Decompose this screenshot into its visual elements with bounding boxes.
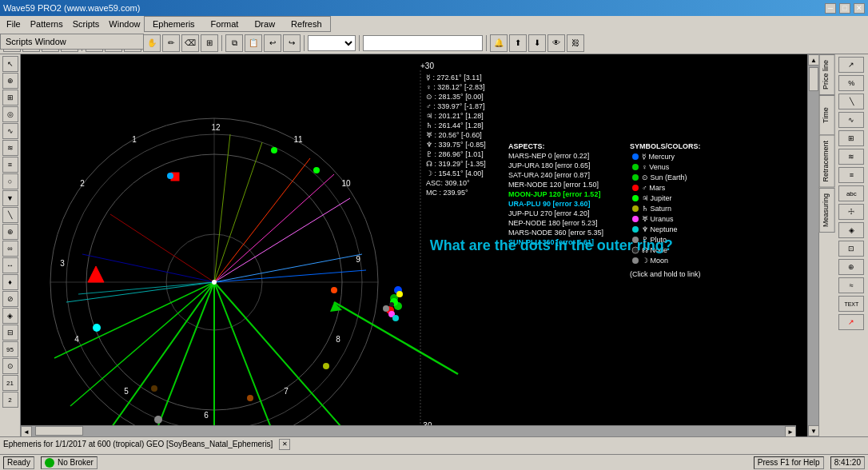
svg-point-99 xyxy=(632,205,639,212)
main-menu-bar: File Patterns Scripts Window Help xyxy=(0,16,868,32)
menu-file[interactable]: File xyxy=(2,18,26,30)
right-btn-1[interactable]: ↗ xyxy=(838,57,864,73)
scroll-vertical-track[interactable] xyxy=(808,66,818,425)
status-ready: Ready xyxy=(3,456,34,469)
toolbar-alert[interactable]: 🔔 xyxy=(490,34,508,52)
right-btn-14[interactable]: TEXT xyxy=(838,296,864,312)
svg-text:☿  : 272.61° [3.11]: ☿ : 272.61° [3.11] xyxy=(426,74,482,82)
menu-patterns[interactable]: Patterns xyxy=(26,18,68,30)
scroll-left-button[interactable]: ◄ xyxy=(21,426,32,436)
svg-point-61 xyxy=(151,385,157,392)
scroll-down-button[interactable]: ▼ xyxy=(808,425,819,436)
left-btn-crosshair[interactable]: ⊕ xyxy=(2,73,18,89)
scroll-horizontal-track[interactable] xyxy=(32,426,785,436)
ephemeris-text: Ephemeris for 1/1/2017 at 600 (tropical)… xyxy=(3,440,273,448)
left-btn-arrow[interactable]: ↖ xyxy=(2,56,18,72)
toolbar-pen[interactable]: ✏ xyxy=(162,34,180,52)
menu-window[interactable]: Window xyxy=(104,18,145,30)
toolbar-eraser[interactable]: ⌫ xyxy=(181,34,199,52)
minimize-button[interactable]: ─ xyxy=(825,3,836,14)
toolbar-up-arrow[interactable]: ⬆ xyxy=(509,34,527,52)
left-btn-21[interactable]: 21 xyxy=(2,375,18,391)
left-btn-star[interactable]: ◈ xyxy=(2,308,18,324)
right-btn-2[interactable]: % xyxy=(838,75,864,91)
ephemeris-close-button[interactable]: ✕ xyxy=(279,439,290,450)
left-btn-circle2[interactable]: ○ xyxy=(2,173,18,189)
left-btn-infinity[interactable]: ∞ xyxy=(2,241,18,257)
svg-text:NEP-NODE 180 [error 5.23]: NEP-NODE 180 [error 5.23] xyxy=(508,219,598,227)
tab-retracement[interactable]: Retracement xyxy=(819,135,835,188)
toolbar-eye[interactable]: 👁 xyxy=(547,34,565,52)
menu-format[interactable]: Format xyxy=(206,18,244,30)
chart-annotation: What are the dots in the outer ring? xyxy=(430,237,673,254)
svg-text:☊  : 319.29° [-1.35]: ☊ : 319.29° [-1.35] xyxy=(426,160,486,168)
svg-text:10: 10 xyxy=(341,179,351,188)
left-btn-zoom[interactable]: ⊞ xyxy=(2,90,18,106)
tab-time[interactable]: Time xyxy=(819,95,835,135)
toolbar-undo[interactable]: ↩ xyxy=(264,34,281,52)
left-btn-down[interactable]: ▼ xyxy=(2,190,18,206)
svg-point-93 xyxy=(632,174,639,181)
tab-price-line[interactable]: Price line xyxy=(819,54,835,95)
close-button[interactable]: ✕ xyxy=(854,3,865,14)
right-btn-8[interactable]: abc xyxy=(838,185,864,201)
svg-point-51 xyxy=(392,315,399,321)
restore-button[interactable]: □ xyxy=(839,3,850,14)
left-btn-no[interactable]: ⊘ xyxy=(2,291,18,307)
right-btn-12[interactable]: ⊕ xyxy=(838,259,864,275)
right-btn-11[interactable]: ⊡ xyxy=(838,241,864,257)
menu-refresh[interactable]: Refresh xyxy=(286,18,327,30)
svg-point-58 xyxy=(331,287,337,293)
toolbar-down-arrow[interactable]: ⬇ xyxy=(528,34,546,52)
right-btn-3[interactable]: ╲ xyxy=(838,94,864,110)
menu-ephemeris[interactable]: Ephemeris xyxy=(148,18,200,30)
scroll-thumb[interactable] xyxy=(809,67,818,91)
svg-point-53 xyxy=(389,302,394,307)
right-btn-15[interactable]: ↗ xyxy=(838,314,864,330)
svg-text:MOON-JUP 120 [error 1.52]: MOON-JUP 120 [error 1.52] xyxy=(508,190,600,198)
svg-point-54 xyxy=(154,416,162,424)
left-btn-menu[interactable]: ≡ xyxy=(2,157,18,173)
right-btn-13[interactable]: ≈ xyxy=(838,277,864,293)
svg-text:11: 11 xyxy=(293,135,303,144)
svg-text:7: 7 xyxy=(284,387,289,396)
left-btn-wave[interactable]: ∿ xyxy=(2,123,18,139)
right-btn-9[interactable]: ☩ xyxy=(838,204,864,220)
toolbar-symbol-input[interactable] xyxy=(363,35,483,51)
right-btn-10[interactable]: ◈ xyxy=(838,222,864,238)
horizontal-scrollbar[interactable]: ◄ ► xyxy=(21,425,796,436)
left-btn-diagonal[interactable]: ╲ xyxy=(2,207,18,223)
left-btn-resize[interactable]: ↔ xyxy=(2,257,18,273)
scroll-up-button[interactable]: ▲ xyxy=(808,54,819,66)
toolbar-hand[interactable]: ✋ xyxy=(143,34,161,52)
right-panel: Price line Time Retracement Measuring ↗ … xyxy=(818,54,868,436)
toolbar-paste[interactable]: 📋 xyxy=(245,34,262,52)
tab-measuring[interactable]: Measuring xyxy=(819,188,835,233)
toolbar-copy[interactable]: ⧉ xyxy=(225,34,243,52)
left-btn-2[interactable]: 2 xyxy=(2,392,18,408)
left-btn-diamond[interactable]: ♦ xyxy=(2,274,18,290)
toolbar-redo[interactable]: ↪ xyxy=(283,34,301,52)
svg-point-97 xyxy=(632,195,639,201)
left-btn-circle[interactable]: ◎ xyxy=(2,106,18,122)
right-btn-5[interactable]: ⊞ xyxy=(838,130,864,146)
scroll-right-button[interactable]: ► xyxy=(785,426,796,436)
svg-text:♂  : 339.97° [-1.87]: ♂ : 339.97° [-1.87] xyxy=(426,102,484,110)
left-btn-sun[interactable]: ⊙ xyxy=(2,358,18,374)
right-btn-4[interactable]: ∿ xyxy=(838,112,864,128)
menu-scripts[interactable]: Scripts xyxy=(68,18,105,30)
menu-draw[interactable]: Draw xyxy=(249,18,280,30)
left-btn-minus[interactable]: ⊟ xyxy=(2,325,18,341)
toolbar-period-select[interactable] xyxy=(308,35,356,51)
status-broker-text: No Broker xyxy=(58,458,94,467)
toolbar-select-all[interactable]: ⊞ xyxy=(201,34,218,52)
right-btn-7[interactable]: ≡ xyxy=(838,167,864,183)
svg-point-23 xyxy=(93,324,101,332)
left-btn-lines[interactable]: ≋ xyxy=(2,140,18,156)
left-btn-plus[interactable]: ⊕ xyxy=(2,224,18,240)
toolbar-link[interactable]: ⛓ xyxy=(567,34,584,52)
svg-text:♅  Uranus: ♅ Uranus xyxy=(642,215,674,223)
right-btn-6[interactable]: ≋ xyxy=(838,149,864,165)
left-btn-95[interactable]: 95 xyxy=(2,341,18,357)
vertical-scrollbar[interactable]: ▲ ▼ xyxy=(807,54,818,436)
